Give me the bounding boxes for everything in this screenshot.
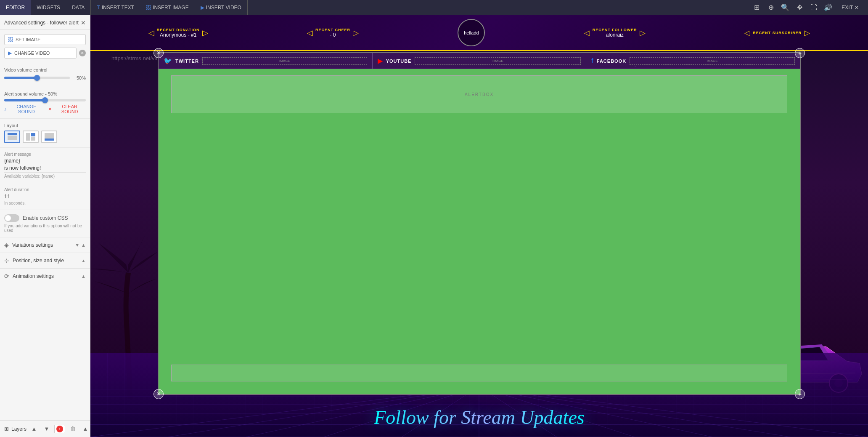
follower-arrow-right: ▷ (640, 28, 646, 37)
audio-button[interactable]: 🔊 (821, 1, 835, 14)
position-left: ⊹ Position, size and style (4, 257, 64, 264)
widgets-button[interactable]: WIDGETS (31, 0, 66, 15)
recent-donation: ◁ RECENT DONATION Anonymous - #1 ▷ (148, 28, 208, 38)
youtube-handle-placeholder: IMAGE (415, 57, 581, 65)
variations-label: Variations settings (12, 242, 53, 248)
zoom-fit-button[interactable]: ⊕ (764, 1, 778, 14)
layers-down-button[interactable]: ▼ (42, 424, 52, 434)
main-area: Advanced settings - follower alert ✕ 🖼 S… (0, 15, 868, 437)
alert-sound-handle[interactable] (42, 97, 48, 103)
available-vars: Available variables: {name} (4, 174, 86, 179)
video-volume-handle[interactable] (34, 75, 40, 81)
alertbox-container: ALERTBOX (171, 75, 787, 113)
move-button[interactable]: ✥ (793, 1, 806, 14)
panel-header: Advanced settings - follower alert ✕ (0, 15, 90, 30)
position-arrow: ▲ (81, 258, 86, 263)
exit-button[interactable]: EXIT ✕ (836, 5, 865, 11)
custom-css-section: Enable custom CSS If you add variations … (0, 210, 90, 237)
subscriber-info: RECENT SUBSCRIBER (753, 31, 802, 35)
position-label: Position, size and style (13, 258, 64, 264)
layout-option-1[interactable] (4, 131, 20, 143)
recent-cheer-value: - 0 (315, 32, 350, 38)
donation-arrow-right: ▷ (202, 28, 208, 37)
alert-duration-label: Alert duration (4, 187, 86, 192)
layers-up-button[interactable]: ▲ (29, 424, 39, 434)
animation-icon: ⟳ (4, 273, 9, 280)
variations-left: ◈ Variations settings (4, 242, 53, 248)
alertbox-label: ALERTBOX (465, 92, 494, 97)
css-note: If you add variations this option will n… (4, 224, 86, 233)
alert-message-input[interactable] (4, 164, 86, 173)
recent-subscriber-label: RECENT SUBSCRIBER (753, 31, 802, 35)
change-sound-button[interactable]: ♪ CHANGE SOUND (4, 104, 45, 114)
alert-sound-slider[interactable] (4, 99, 86, 101)
position-accordion[interactable]: ⊹ Position, size and style ▲ (0, 253, 90, 269)
svg-rect-3 (31, 133, 35, 136)
recent-cheer-label: RECENT CHEER (315, 28, 350, 32)
layout-label: Layout (4, 123, 86, 128)
animation-label: Animation settings (13, 273, 54, 279)
bottom-text-box (171, 365, 787, 381)
alert-sound-fill (4, 99, 45, 101)
animation-accordion[interactable]: ⟳ Animation settings ▲ (0, 269, 90, 284)
layers-settings-button[interactable]: ▲ (80, 424, 90, 434)
subscriber-arrow-left: ◁ (744, 28, 750, 37)
frame-corner-plus-tr[interactable]: + (795, 48, 805, 58)
twitter-handle-placeholder: IMAGE (202, 57, 367, 65)
custom-css-toggle[interactable] (4, 214, 19, 222)
donation-arrow-left: ◁ (148, 28, 154, 37)
insert-image-button[interactable]: 🖼 INSERT IMAGE (140, 0, 195, 15)
facebook-handle-placeholder: IMAGE (630, 57, 795, 65)
toolbar-right: ⊞ ⊕ 🔍 ✥ ⛶ 🔊 EXIT ✕ (750, 1, 868, 14)
insert-text-button[interactable]: T INSERT TEXT (91, 0, 140, 15)
stream-frame: ✕ + 🐦 TWITTER IMAGE ▶ (158, 52, 801, 395)
cheer-arrow-left: ◁ (307, 28, 313, 37)
youtube-label: YOUTUBE (386, 59, 412, 64)
center-logo: helladd (458, 19, 485, 46)
insert-video-button[interactable]: ▶ INSERT VIDEO (195, 0, 247, 15)
layout-option-2[interactable] (23, 131, 39, 143)
layers-add-button[interactable]: 1 (54, 425, 65, 433)
editor-label: EDITOR (6, 5, 25, 11)
in-seconds: In seconds. (4, 201, 86, 205)
frame-corner-x-bl[interactable]: ✕ (153, 389, 164, 399)
editor-button[interactable]: EDITOR (0, 0, 31, 15)
canvas-background: ◁ RECENT DONATION Anonymous - #1 ▷ ◁ REC… (90, 15, 868, 437)
green-screen: ALERTBOX (159, 69, 800, 394)
text-icon: T (97, 5, 100, 11)
recent-donation-label: RECENT DONATION (157, 28, 200, 32)
toggle-knob (5, 215, 11, 221)
layers-section: ⊞ Layers ▲ ▼ 1 🗑 ▲ (4, 424, 90, 434)
image-icon: 🖼 (146, 5, 151, 11)
insert-group: T INSERT TEXT 🖼 INSERT IMAGE ▶ INSERT VI… (91, 0, 248, 15)
layout-option-3[interactable] (41, 131, 57, 143)
remove-video-button[interactable]: ✕ (79, 50, 86, 56)
alert-message-label: Alert message (4, 152, 86, 157)
data-button[interactable]: DATA (66, 0, 90, 15)
toggle-row: Enable custom CSS (4, 214, 86, 222)
layout-options (4, 131, 86, 143)
insert-image-label: INSERT IMAGE (153, 5, 189, 11)
zoom-out-button[interactable]: 🔍 (778, 1, 792, 14)
variations-accordion[interactable]: ◈ Variations settings ▼ ▲ (0, 237, 90, 253)
set-image-button[interactable]: 🖼 SET IMAGE (4, 34, 86, 45)
layers-delete-button[interactable]: 🗑 (68, 424, 78, 434)
alert-duration-section: Alert duration 11 In seconds. (0, 183, 90, 210)
fullscreen-button[interactable]: ⛶ (807, 1, 820, 14)
clear-sound-button[interactable]: ✕ CLEAR SOUND (48, 104, 86, 114)
grid-icon-button[interactable]: ⊞ (750, 1, 763, 14)
follower-arrow-left: ◁ (584, 28, 590, 37)
exit-label: EXIT (842, 5, 853, 11)
video-icon: ▶ (8, 50, 12, 56)
video-volume-slider-row: 50% (4, 75, 86, 81)
insert-video-label: INSERT VIDEO (206, 5, 241, 11)
frame-corner-x-tl[interactable]: ✕ (153, 48, 164, 58)
video-volume-slider[interactable] (4, 77, 70, 79)
panel-close-button[interactable]: ✕ (81, 19, 86, 26)
change-video-label: CHANGE VIDEO (14, 51, 50, 56)
change-video-button[interactable]: ▶ CHANGE VIDEO (4, 48, 77, 59)
recent-follower-label: RECENT FOLLOWER (593, 28, 637, 32)
clear-icon: ✕ (48, 107, 52, 112)
frame-corner-plus-br[interactable]: + (795, 389, 805, 399)
variations-right: ▼ ▲ (75, 242, 86, 248)
